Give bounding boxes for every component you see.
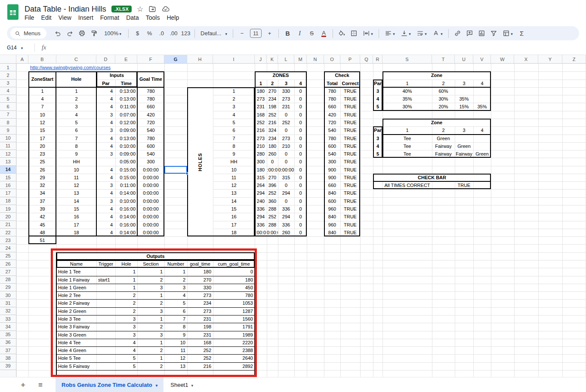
inputs-cell[interactable]: 0:16:00 bbox=[115, 205, 137, 213]
check-cell[interactable]: 660 bbox=[324, 103, 340, 110]
inputs-cell[interactable]: 0:11:00 bbox=[115, 103, 137, 110]
zone-percent-title[interactable]: Zone bbox=[382, 71, 491, 79]
inputs-cell[interactable]: 0:14:00 bbox=[115, 229, 137, 236]
italic-button[interactable]: I bbox=[294, 28, 305, 39]
zones-cell[interactable]: 294 bbox=[278, 189, 294, 197]
zones-cell[interactable]: 288 bbox=[267, 221, 278, 229]
inputs-cell[interactable]: 15 bbox=[56, 205, 96, 213]
outputs-cell[interactable]: 5 bbox=[115, 354, 137, 362]
holes-cell[interactable]: 16 bbox=[213, 213, 255, 220]
inputs-cell[interactable]: 16 bbox=[56, 213, 96, 220]
outputs-header[interactable]: Trigger bbox=[96, 260, 115, 268]
check-cell[interactable]: TRUE bbox=[340, 221, 360, 229]
outputs-title[interactable]: Outputs bbox=[56, 252, 255, 260]
inputs-cell[interactable]: 0:05:00 bbox=[115, 158, 137, 165]
outputs-header[interactable]: Hole bbox=[115, 260, 137, 268]
check-cell[interactable]: TRUE bbox=[340, 95, 360, 103]
column-header-V[interactable]: V bbox=[473, 55, 491, 64]
outputs-cell[interactable]: Hole 2 Tee bbox=[56, 291, 96, 299]
row-header-7[interactable]: 7 bbox=[0, 111, 16, 119]
inputs-cell[interactable]: 3 bbox=[96, 111, 115, 119]
row-header-15[interactable]: 15 bbox=[0, 174, 16, 181]
holes-cell[interactable]: 2 bbox=[213, 95, 255, 103]
inputs-cell[interactable]: 10 bbox=[56, 166, 96, 174]
inputs-cell[interactable]: 0:00:00 bbox=[137, 229, 164, 236]
outputs-cell[interactable]: Hole 2 Fairway bbox=[56, 299, 96, 307]
menu-item-file[interactable]: File bbox=[21, 13, 38, 22]
inputs-cell[interactable]: 600 bbox=[137, 142, 164, 150]
inputs-cell[interactable]: 0:00:00 bbox=[137, 205, 164, 213]
row-header-37[interactable]: 37 bbox=[0, 346, 16, 354]
inputs-cell[interactable]: 4 bbox=[96, 213, 115, 220]
holes-cell[interactable]: HH bbox=[213, 158, 255, 165]
zone-section-cell[interactable]: Green bbox=[455, 142, 473, 150]
zones-cell[interactable]: 294 bbox=[278, 213, 294, 220]
check-cell[interactable]: 660 bbox=[324, 181, 340, 189]
outputs-cell[interactable]: 2220 bbox=[213, 339, 255, 346]
increase-font-size-button[interactable]: + bbox=[264, 28, 275, 39]
column-header-Z[interactable]: Z bbox=[562, 55, 586, 64]
zones-cell[interactable]: 0 bbox=[294, 135, 307, 142]
zones-cell[interactable]: 0 bbox=[278, 197, 294, 205]
inputs-header[interactable]: Time bbox=[115, 80, 137, 87]
inputs-cell[interactable]: 0:00:00 bbox=[137, 197, 164, 205]
zones-cell[interactable]: 264 bbox=[255, 181, 267, 189]
row-header-32[interactable]: 32 bbox=[0, 307, 16, 315]
zones-cell[interactable]: 360 bbox=[267, 197, 278, 205]
outputs-cell[interactable]: Hole 3 Green bbox=[56, 331, 96, 339]
check-cell[interactable]: 900 bbox=[324, 174, 340, 181]
holes-cell[interactable]: 14 bbox=[213, 197, 255, 205]
inputs-header[interactable]: Par bbox=[96, 80, 115, 87]
outputs-cell[interactable]: 8 bbox=[164, 323, 187, 331]
inputs-cell[interactable]: 25 bbox=[28, 158, 56, 165]
zones-header[interactable]: 1 bbox=[255, 80, 267, 87]
zone-percent-par[interactable]: 4 bbox=[373, 95, 382, 103]
outputs-cell[interactable] bbox=[96, 362, 115, 370]
inputs-cell[interactable]: 0:14:00 bbox=[115, 213, 137, 220]
row-header-30[interactable]: 30 bbox=[0, 291, 16, 299]
inputs-cell[interactable]: 4 bbox=[96, 119, 115, 126]
zones-cell[interactable]: 210 bbox=[278, 142, 294, 150]
column-header-M[interactable]: M bbox=[294, 55, 307, 64]
check-bar-title[interactable]: CHECK BAR bbox=[373, 174, 491, 181]
zones-cell[interactable]: 231 bbox=[278, 103, 294, 110]
outputs-cell[interactable]: Hole 3 Fairway bbox=[56, 323, 96, 331]
inputs-cell[interactable]: 0:13:00 bbox=[115, 87, 137, 95]
menu-item-insert[interactable]: Insert bbox=[75, 13, 97, 22]
inputs-cell[interactable]: 4 bbox=[96, 229, 115, 236]
zones-cell[interactable]: 315 bbox=[255, 174, 267, 181]
zones-cell[interactable]: 0 bbox=[294, 213, 307, 220]
row-header-16[interactable]: 16 bbox=[0, 181, 16, 189]
check-cell[interactable]: 780 bbox=[324, 135, 340, 142]
zones-cell[interactable]: 0 bbox=[294, 166, 307, 174]
zones-cell[interactable]: 0 bbox=[267, 158, 278, 165]
outputs-cell[interactable]: 180 bbox=[213, 276, 255, 284]
outputs-header[interactable]: Number bbox=[164, 260, 187, 268]
outputs-cell[interactable]: 7 bbox=[164, 315, 187, 323]
inputs-cell[interactable]: 0:07:00 bbox=[115, 111, 137, 119]
zone-percent-cell[interactable]: 35% bbox=[455, 95, 473, 103]
zone-section-cell[interactable]: Fairway bbox=[432, 142, 455, 150]
column-header-U[interactable]: U bbox=[455, 55, 473, 64]
holes-cell[interactable]: 4 bbox=[213, 111, 255, 119]
outputs-cell[interactable]: Hole 2 Green bbox=[56, 307, 96, 315]
outputs-header[interactable]: Name bbox=[56, 260, 96, 268]
inputs-cell[interactable]: 0:15:00 bbox=[115, 166, 137, 174]
paint-format-button[interactable] bbox=[88, 28, 100, 39]
inputs-cell[interactable]: 4 bbox=[96, 95, 115, 103]
column-header-Y[interactable]: Y bbox=[538, 55, 562, 64]
zones-cell[interactable]: 336 bbox=[255, 205, 267, 213]
check-cell[interactable]: TRUE bbox=[340, 213, 360, 220]
zones-cell[interactable]: 0 bbox=[294, 126, 307, 134]
holes-cell[interactable]: 5 bbox=[213, 119, 255, 126]
zones-header[interactable]: 3 bbox=[278, 80, 294, 87]
outputs-cell[interactable]: 3 bbox=[137, 284, 164, 291]
outputs-cell[interactable]: 3 bbox=[115, 315, 137, 323]
outputs-cell[interactable]: 252 bbox=[187, 346, 213, 354]
inputs-cell[interactable]: 780 bbox=[137, 87, 164, 95]
holes-cell[interactable]: 11 bbox=[213, 174, 255, 181]
inputs-cell[interactable]: 4 bbox=[96, 103, 115, 110]
zones-cell[interactable]: 270 bbox=[267, 87, 278, 95]
check-cell[interactable]: TRUE bbox=[340, 197, 360, 205]
sheets-logo-icon[interactable] bbox=[7, 4, 19, 20]
